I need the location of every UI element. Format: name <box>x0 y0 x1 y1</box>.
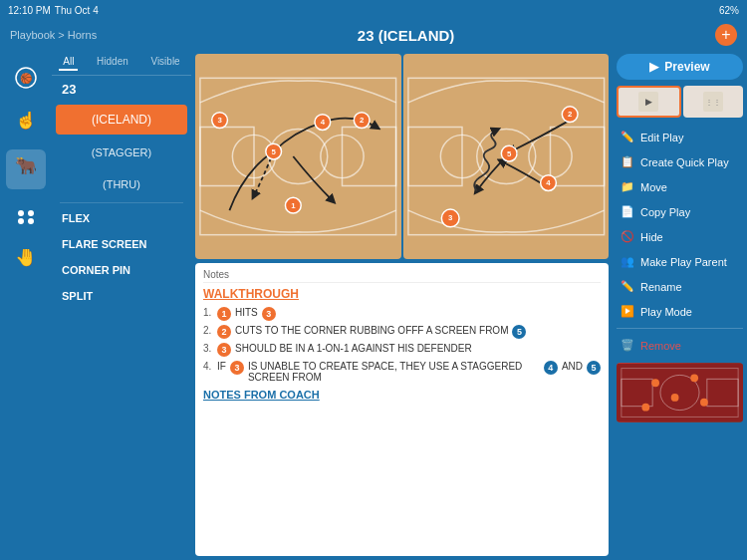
breadcrumb: Playbook > Horns <box>10 29 97 41</box>
hide-icon: 🚫 <box>621 230 634 243</box>
move-icon: 📁 <box>621 180 634 193</box>
svg-rect-45 <box>617 364 743 422</box>
menu-edit-play[interactable]: ✏️ Edit Play <box>617 126 743 148</box>
content-area: 3 2 5 1 4 <box>191 50 613 560</box>
preview-thumb-2[interactable]: ⋮⋮ <box>683 86 744 118</box>
svg-text:▶: ▶ <box>645 97 652 107</box>
quick-play-icon: 📋 <box>621 155 634 168</box>
menu-make-play-parent-label: Make Play Parent <box>640 256 727 268</box>
sidebar-icon-home[interactable]: 🏀 <box>6 58 46 98</box>
walkthrough-step-3: 3. 3 SHOULD BE IN A 1-ON-1 AGAINST HIS D… <box>203 343 601 357</box>
player-badge-1: 1 <box>217 307 231 321</box>
play-list-tabs: All Hidden Visible <box>52 50 191 76</box>
menu-rename-label: Rename <box>640 281 682 293</box>
menu-create-quick-play-label: Create Quick Play <box>640 156 729 168</box>
menu-move[interactable]: 📁 Move <box>617 175 743 198</box>
tab-visible[interactable]: Visible <box>146 54 183 71</box>
svg-text:2: 2 <box>360 116 365 125</box>
play-item-thru[interactable]: (THRU) <box>56 170 187 198</box>
preview-icon-box: ▶ ⋮⋮ <box>617 86 743 118</box>
thumbnail-area <box>617 363 743 422</box>
copy-icon: 📄 <box>621 205 634 218</box>
svg-point-51 <box>690 374 698 382</box>
player-badge-3c: 3 <box>230 361 244 375</box>
player-badge-3b: 3 <box>217 343 231 357</box>
notes-from-coach[interactable]: NOTES FROM COACH <box>203 389 601 401</box>
play-item-flare[interactable]: FLARE SCREEN <box>52 231 191 257</box>
player-badge-3: 3 <box>262 307 276 321</box>
play-item-flex[interactable]: FLEX <box>52 205 191 231</box>
walkthrough-step-4: 4. IF 3 IS UNABLE TO CREATE SPACE, THEY … <box>203 361 601 383</box>
svg-text:3: 3 <box>217 116 222 125</box>
play-item-stagger[interactable]: (STAGGER) <box>56 139 187 166</box>
menu-rename[interactable]: ✏️ Rename <box>617 275 743 298</box>
svg-point-50 <box>651 379 659 387</box>
icon-sidebar: 🏀 ☝ 🐂 🤚 <box>0 50 52 560</box>
svg-point-5 <box>28 210 34 216</box>
notes-label: Notes <box>203 269 601 283</box>
nav-bar: Playbook > Horns 23 (ICELAND) + <box>0 20 747 50</box>
svg-text:1: 1 <box>291 201 296 210</box>
tab-hidden[interactable]: Hidden <box>93 54 132 71</box>
add-button[interactable]: + <box>715 24 737 46</box>
play-item-corner[interactable]: CORNER PIN <box>52 257 191 283</box>
preview-label: Preview <box>664 60 709 74</box>
menu-divider <box>617 328 743 329</box>
play-mode-icon: ▶️ <box>621 305 634 318</box>
menu-copy-play-label: Copy Play <box>640 206 690 218</box>
menu-make-play-parent[interactable]: 👥 Make Play Parent <box>617 250 743 273</box>
svg-point-53 <box>700 399 708 407</box>
svg-text:4: 4 <box>321 118 326 127</box>
menu-play-mode-label: Play Mode <box>640 306 692 318</box>
svg-point-54 <box>641 404 649 412</box>
menu-hide-label: Hide <box>640 231 663 243</box>
svg-text:4: 4 <box>546 178 551 187</box>
svg-point-6 <box>18 218 24 224</box>
menu-copy-play[interactable]: 📄 Copy Play <box>617 200 743 223</box>
svg-rect-9 <box>195 73 401 239</box>
player-badge-5a: 5 <box>512 325 526 339</box>
play-item-split[interactable]: SPLIT <box>52 283 191 309</box>
walkthrough-title: WALKTHROUGH <box>203 287 601 301</box>
right-panel: ▶ Preview ▶ ⋮⋮ ✏️ Edit Play 📋 <box>613 50 747 560</box>
preview-thumb-1[interactable]: ▶ <box>617 86 681 118</box>
svg-text:2: 2 <box>567 110 572 119</box>
status-right: 62% <box>719 5 739 16</box>
menu-remove-label: Remove <box>640 340 681 352</box>
status-time: 12:10 PM <box>8 5 51 16</box>
player-badge-4: 4 <box>544 361 558 375</box>
menu-create-quick-play[interactable]: 📋 Create Quick Play <box>617 150 743 173</box>
menu-edit-play-label: Edit Play <box>640 132 683 143</box>
battery-text: 62% <box>719 5 739 16</box>
edit-icon: ✏️ <box>621 131 634 143</box>
tab-all[interactable]: All <box>59 54 78 71</box>
parent-icon: 👥 <box>621 255 634 268</box>
thumbnail-image <box>617 363 743 422</box>
remove-icon: 🗑️ <box>621 339 634 352</box>
sidebar-icon-plays[interactable]: 🐂 <box>6 149 46 189</box>
menu-remove[interactable]: 🗑️ Remove <box>617 334 743 357</box>
sidebar-icon-gesture[interactable]: 🤚 <box>6 241 46 281</box>
walkthrough-step-2: 2. 2 CUTS TO THE CORNER RUBBING OFFF A S… <box>203 325 601 339</box>
sidebar-icon-hand[interactable]: ☝ <box>6 104 46 143</box>
svg-text:5: 5 <box>271 147 276 156</box>
menu-hide[interactable]: 🚫 Hide <box>617 225 743 248</box>
sidebar-icon-drills[interactable] <box>6 195 46 235</box>
menu-play-mode[interactable]: ▶️ Play Mode <box>617 300 743 323</box>
play-list: All Hidden Visible 23 (ICELAND) (STAGGER… <box>52 50 191 560</box>
walkthrough-step-1: 1. 1 HITS 3 <box>203 307 601 321</box>
play-icon: ▶ <box>649 60 658 74</box>
svg-point-7 <box>28 218 34 224</box>
play-item-iceland[interactable]: (ICELAND) <box>56 105 187 135</box>
preview-button[interactable]: ▶ Preview <box>617 54 743 80</box>
court-area: 3 2 5 1 4 <box>191 50 613 259</box>
notes-section: Notes WALKTHROUGH 1. 1 HITS 3 2. 2 CUTS … <box>195 263 609 556</box>
status-day: Thu Oct 4 <box>55 5 99 16</box>
court-left: 3 2 5 1 4 <box>195 54 401 259</box>
svg-text:5: 5 <box>507 149 512 158</box>
play-number: 23 <box>52 76 191 103</box>
rename-icon: ✏️ <box>621 280 634 293</box>
svg-point-52 <box>671 394 679 402</box>
menu-move-label: Move <box>640 181 667 193</box>
player-badge-5b: 5 <box>587 361 601 375</box>
